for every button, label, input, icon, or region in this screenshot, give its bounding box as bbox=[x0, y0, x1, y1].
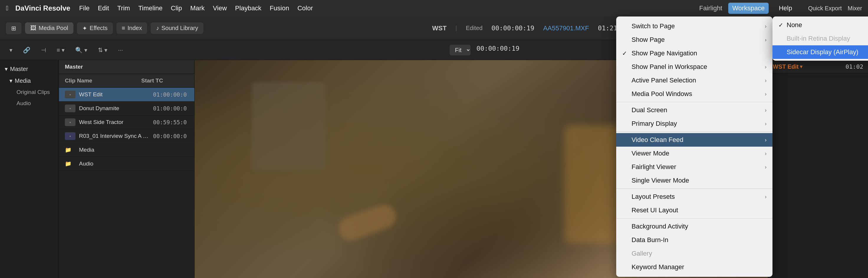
flag-icon-button[interactable]: ⊣ bbox=[37, 45, 50, 55]
clip-tc-west: 00:59:55:0 bbox=[153, 119, 188, 126]
list-view-button[interactable]: ≡ ▾ bbox=[53, 45, 68, 55]
master-header-label: Master bbox=[65, 64, 83, 70]
edited-label: Edited bbox=[466, 25, 483, 32]
menu-file[interactable]: File bbox=[75, 3, 93, 14]
menu-active-panel[interactable]: Active Panel Selection › bbox=[616, 74, 772, 87]
menu-clip[interactable]: Clip bbox=[166, 3, 186, 14]
menu-data-burn-in[interactable]: Data Burn-In bbox=[616, 233, 772, 247]
keyword-manager-label: Keyword Manager bbox=[631, 263, 684, 271]
item-left14: Reset UI Layout bbox=[622, 206, 678, 214]
clip-name-west: West Side Tractor bbox=[79, 119, 150, 126]
menu-view[interactable]: View bbox=[209, 3, 231, 14]
menu-dual-screen[interactable]: Dual Screen › bbox=[616, 103, 772, 117]
menu-mark[interactable]: Mark bbox=[186, 3, 209, 14]
quick-export-button[interactable]: Quick Export bbox=[808, 5, 842, 12]
clip-list: Master Clip Name Start TC ▪ WST Edit 01:… bbox=[59, 60, 195, 278]
menu-viewer-mode[interactable]: Viewer Mode › bbox=[616, 147, 772, 160]
sound-library-label: Sound Library bbox=[161, 25, 198, 32]
effects-icon: ✦ bbox=[82, 25, 87, 32]
menu-single-viewer[interactable]: Single Viewer Mode bbox=[616, 174, 772, 187]
menu-reset-ui[interactable]: Reset UI Layout bbox=[616, 204, 772, 217]
workspace-dropdown-menu[interactable]: Switch to Page › Show Page › ✓ Show Page… bbox=[616, 16, 772, 277]
menu-fusion[interactable]: Fusion bbox=[266, 3, 293, 14]
item-left9: Video Clean Feed bbox=[622, 136, 683, 144]
right-panel-header: WST Edit ▾ 01:02 bbox=[768, 60, 868, 73]
chevron-down-button[interactable]: ▾ bbox=[6, 45, 16, 55]
link-icon-button[interactable]: 🔗 bbox=[20, 45, 34, 55]
menu-primary-display[interactable]: Primary Display › bbox=[616, 117, 772, 131]
clip-row-r03[interactable]: ▪ R03_01 Interview Sync A Ca... 00:00:00… bbox=[59, 129, 194, 143]
vcf-submenu[interactable]: ✓ None Built-in Retina Display Sidecar D… bbox=[772, 16, 868, 61]
background-activity-label: Background Activity bbox=[631, 223, 688, 230]
apple-logo-icon[interactable]:  bbox=[6, 4, 8, 12]
arrow-viewer: › bbox=[765, 150, 767, 157]
menu-video-clean-feed[interactable]: Video Clean Feed › bbox=[616, 133, 772, 147]
media-pool-button[interactable]: 🖼 Media Pool bbox=[25, 22, 73, 34]
effects-button[interactable]: ✦ Effects bbox=[77, 22, 113, 34]
switch-to-page-label: Switch to Page bbox=[631, 22, 675, 30]
master-label: Master bbox=[10, 66, 28, 72]
sidebar: ▾ Master ▾ Media Original Clips Audio bbox=[0, 60, 59, 278]
item-left6: Media Pool Windows bbox=[622, 90, 692, 98]
menu-show-page[interactable]: Show Page › bbox=[616, 33, 772, 46]
vcf-sidecar[interactable]: Sidecar Display (AirPlay) bbox=[772, 45, 868, 59]
menu-fairlight-viewer[interactable]: Fairlight Viewer › bbox=[616, 160, 772, 174]
menu-show-page-nav[interactable]: ✓ Show Page Navigation bbox=[616, 46, 772, 60]
separator: | bbox=[456, 25, 457, 32]
vcf-builtin-label: Built-in Retina Display bbox=[786, 35, 850, 42]
right-panel-tc: 01:02 bbox=[846, 63, 863, 70]
check-nav: ✓ bbox=[622, 50, 629, 57]
chevron-down-icon: ▾ bbox=[5, 65, 8, 72]
clip-row-media-folder[interactable]: 📁 Media bbox=[59, 143, 194, 157]
menu-keyword-manager[interactable]: Keyword Manager bbox=[616, 260, 772, 274]
menu-section-3: Video Clean Feed › Viewer Mode › Fairlig… bbox=[616, 132, 772, 189]
sort-button[interactable]: ⇅ ▾ bbox=[94, 45, 111, 55]
panel-icon-button[interactable]: ⊞ bbox=[6, 22, 22, 34]
vcf-none[interactable]: ✓ None bbox=[772, 18, 868, 32]
clip-row-donut[interactable]: ▪ Donut Dynamite 01:00:00:0 bbox=[59, 102, 194, 115]
menu-color[interactable]: Color bbox=[293, 3, 317, 14]
media-label: Media bbox=[15, 77, 31, 84]
clip-row-audio-folder[interactable]: 📁 Audio bbox=[59, 157, 194, 171]
fit-selector[interactable]: Fit bbox=[450, 45, 470, 55]
item-left8: Primary Display bbox=[622, 120, 677, 128]
menu-help[interactable]: Help bbox=[775, 3, 796, 14]
arrow-active: › bbox=[765, 77, 767, 83]
video-clip-icon4: ▪ bbox=[65, 132, 75, 140]
index-button[interactable]: ≡ Index bbox=[117, 22, 148, 34]
item-left11: Fairlight Viewer bbox=[622, 163, 676, 171]
menu-show-panel[interactable]: Show Panel in Workspace › bbox=[616, 60, 772, 74]
menu-background-activity[interactable]: Background Activity bbox=[616, 220, 772, 233]
menu-timeline[interactable]: Timeline bbox=[134, 3, 166, 14]
wst-edit-dropdown-arrow[interactable]: ▾ bbox=[800, 63, 803, 70]
sound-icon: ♪ bbox=[156, 25, 159, 32]
clip-row-west-side[interactable]: ▪ West Side Tractor 00:59:55:0 bbox=[59, 115, 194, 129]
mixer-button[interactable]: Mixer bbox=[848, 5, 862, 12]
sidebar-master[interactable]: ▾ Master bbox=[0, 63, 59, 75]
show-page-label: Show Page bbox=[631, 36, 665, 44]
menu-workspace[interactable]: Workspace bbox=[728, 3, 769, 14]
sidebar-audio[interactable]: Audio bbox=[0, 98, 59, 109]
arrow-media-pool: › bbox=[765, 91, 767, 97]
menu-playback[interactable]: Playback bbox=[231, 3, 266, 14]
menu-layout-presets[interactable]: Layout Presets › bbox=[616, 190, 772, 204]
media-pool-icon: 🖼 bbox=[30, 25, 36, 32]
menu-edit[interactable]: Edit bbox=[94, 3, 113, 14]
menu-section-5: Background Activity Data Burn-In Gallery bbox=[616, 218, 772, 275]
filename-label[interactable]: AA557901.MXF bbox=[543, 25, 589, 32]
menu-switch-to-page[interactable]: Switch to Page › bbox=[616, 20, 772, 33]
layout-presets-label: Layout Presets bbox=[631, 193, 675, 201]
item-left13: Layout Presets bbox=[622, 193, 675, 201]
menu-fairlight[interactable]: Fairlight bbox=[699, 4, 722, 12]
item-left: Switch to Page bbox=[622, 22, 675, 30]
sidebar-media[interactable]: ▾ Media bbox=[0, 75, 59, 86]
sidebar-original-clips[interactable]: Original Clips bbox=[0, 86, 59, 98]
search-button[interactable]: 🔍 ▾ bbox=[72, 45, 91, 55]
menu-media-pool-windows[interactable]: Media Pool Windows › bbox=[616, 87, 772, 101]
sound-library-button[interactable]: ♪ Sound Library bbox=[151, 22, 204, 34]
folder-icon-audio: 📁 bbox=[65, 160, 75, 168]
more-button[interactable]: ··· bbox=[115, 45, 126, 55]
clip-row-wst-edit[interactable]: ▪ WST Edit 01:00:00:0 bbox=[59, 88, 194, 102]
arrow-panel: › bbox=[765, 64, 767, 70]
menu-trim[interactable]: Trim bbox=[113, 3, 134, 14]
